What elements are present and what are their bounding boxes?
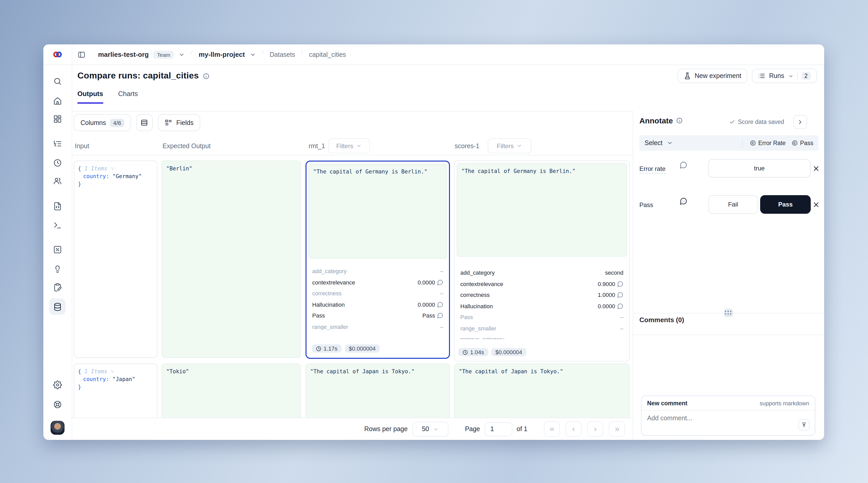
input-cell[interactable]: { 1 Items ˅ country: "Germany" } <box>74 160 157 358</box>
home-icon[interactable] <box>53 96 62 105</box>
settings-icon[interactable] <box>53 381 62 389</box>
sessions-icon[interactable] <box>53 158 62 167</box>
score-row[interactable]: Hallucination0.0000 <box>460 302 623 311</box>
check-icon <box>729 119 735 125</box>
score-row[interactable]: correctness– <box>312 289 443 298</box>
run1-output-cell-selected[interactable]: "The capital of Germany is Berlin." add_… <box>306 160 450 359</box>
pass-fail-button[interactable]: Fail <box>708 195 758 214</box>
chevron-down-icon[interactable] <box>179 51 185 58</box>
run2-output-cell[interactable]: "The capital of Germany is Berlin." add_… <box>454 160 629 361</box>
title-row: Compare runs: capital_cities New experim… <box>78 67 817 85</box>
users-icon[interactable] <box>53 177 62 185</box>
row-height-button[interactable] <box>136 114 153 131</box>
run2-output-cell[interactable]: "The capital of Japan is Tokyo." <box>454 363 629 418</box>
breadcrumb-separator <box>300 50 305 59</box>
comment-bubble-icon[interactable] <box>617 292 623 298</box>
breadcrumb-org[interactable]: marlies-test-org <box>98 51 149 58</box>
score-row[interactable]: add_categorysecond <box>460 268 623 277</box>
score-select-dropdown[interactable]: Select <box>645 140 662 147</box>
run1-filters-button[interactable]: Filters <box>328 139 370 153</box>
score-row[interactable]: Hallucination0.0000 <box>312 300 443 309</box>
rows-per-page-select[interactable]: 50 <box>412 422 448 436</box>
page-input[interactable] <box>485 422 513 436</box>
breadcrumb-dataset-name[interactable]: capital_cities <box>309 51 346 58</box>
error-rate-input[interactable] <box>708 159 811 178</box>
playground-icon[interactable] <box>53 221 62 230</box>
score-saved-status: Score data saved <box>729 119 784 125</box>
comment-bubble-dots-icon[interactable] <box>680 197 687 205</box>
cost-badge: $0.000004 <box>491 348 526 356</box>
score-chip-pass[interactable]: Pass <box>792 140 813 146</box>
comment-input[interactable] <box>642 411 815 432</box>
datasets-icon[interactable] <box>53 303 62 311</box>
run2-filters-button[interactable]: Filters <box>488 139 531 153</box>
score-chip-error-rate[interactable]: Error Rate <box>750 140 786 146</box>
new-comment-title: New comment <box>647 400 687 406</box>
run2-cell-footer: 1.04s $0.000004 <box>455 339 628 360</box>
support-icon[interactable] <box>53 400 62 409</box>
runs-count-badge: 2 <box>801 72 811 80</box>
header-divider <box>43 64 824 65</box>
remove-error-rate-score-button[interactable] <box>812 165 820 173</box>
collapse-panel-button[interactable] <box>793 115 807 129</box>
pass-pass-button[interactable]: Pass <box>760 195 811 214</box>
tab-charts[interactable]: Charts <box>118 90 138 104</box>
page-total-label: of 1 <box>517 425 527 433</box>
chevron-down-icon[interactable] <box>667 140 673 146</box>
info-icon[interactable] <box>676 117 683 124</box>
tracing-icon[interactable] <box>53 140 62 148</box>
comment-bubble-icon[interactable] <box>437 312 443 319</box>
breadcrumb: marlies-test-org Team my-llm-project Dat… <box>72 44 824 64</box>
evaluation-icon[interactable] <box>53 245 62 254</box>
org-plan-badge: Team <box>154 50 174 59</box>
sidebar-toggle-icon[interactable] <box>78 50 86 59</box>
error-rate-label[interactable]: Error rate <box>640 165 665 174</box>
comment-bubble-icon[interactable] <box>437 302 443 308</box>
comment-bubble-icon[interactable] <box>617 303 623 309</box>
run1-output-cell[interactable]: "The capital of Japan is Tokyo." <box>306 363 450 418</box>
last-page-button[interactable] <box>609 421 625 437</box>
score-row[interactable]: contextrelevance0.9000 <box>460 279 623 289</box>
fields-icon <box>164 119 172 126</box>
comment-bubble-icon[interactable] <box>437 279 443 285</box>
score-row[interactable]: correctness1.0000 <box>460 290 623 299</box>
fields-button[interactable]: Fields <box>158 114 200 131</box>
table-body: { 1 Items ˅ country: "Germany" } "Berlin… <box>72 155 633 418</box>
breadcrumb-datasets[interactable]: Datasets <box>270 51 295 58</box>
columns-button[interactable]: Columns 4/6 <box>74 114 131 131</box>
comment-bubble-icon[interactable] <box>617 281 623 287</box>
judge-icon[interactable] <box>53 264 62 273</box>
sidebar <box>43 44 72 440</box>
remove-pass-score-button[interactable] <box>812 201 820 209</box>
search-icon[interactable] <box>53 77 62 86</box>
annotate-panel: Annotate Score data saved Select Error R… <box>633 111 824 440</box>
runs-button[interactable]: Runs 2 <box>752 69 817 83</box>
new-comment-header: New comment supports markdown <box>642 396 815 411</box>
expected-output-cell[interactable]: "Tokio" <box>161 363 301 418</box>
resize-handle[interactable] <box>724 309 733 317</box>
pass-label[interactable]: Pass <box>640 201 653 209</box>
info-icon[interactable] <box>203 72 210 79</box>
dashboard-icon[interactable] <box>53 115 62 123</box>
clock-icon <box>462 349 468 355</box>
score-row[interactable]: range_smaller– <box>460 324 623 333</box>
expected-output-cell[interactable]: "Berlin" <box>161 160 301 358</box>
score-config-icon <box>792 140 798 146</box>
score-row[interactable]: add_category– <box>312 266 443 276</box>
first-page-button[interactable] <box>544 421 560 437</box>
next-page-button[interactable] <box>587 421 603 437</box>
new-experiment-button[interactable]: New experiment <box>678 69 747 83</box>
prompts-icon[interactable] <box>53 202 62 211</box>
score-row[interactable]: PassPass <box>312 311 443 320</box>
user-avatar[interactable] <box>51 421 64 435</box>
score-row[interactable]: contextrelevance0.0000 <box>312 278 443 287</box>
previous-page-button[interactable] <box>566 421 582 437</box>
score-row[interactable]: Pass– <box>460 312 623 322</box>
chevron-down-icon[interactable] <box>249 51 256 58</box>
input-cell[interactable]: { 1 Items ˅ country: "Japan" } <box>74 363 157 418</box>
comment-bubble-icon[interactable] <box>680 161 687 169</box>
submit-comment-button[interactable] <box>798 419 810 431</box>
breadcrumb-project[interactable]: my-llm-project <box>199 51 245 58</box>
annotation-queues-icon[interactable] <box>53 283 62 292</box>
tab-outputs[interactable]: Outputs <box>78 90 103 104</box>
